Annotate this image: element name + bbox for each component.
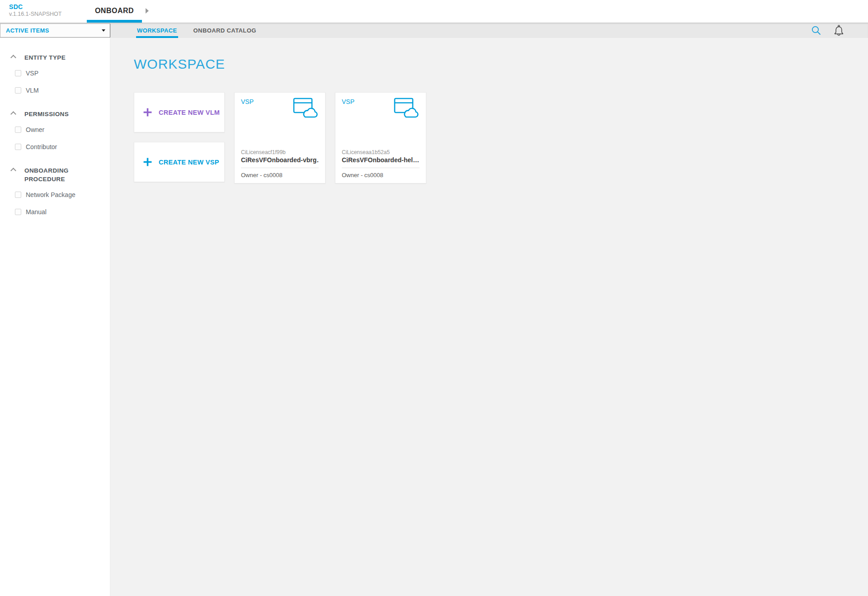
filter-checkbox-vsp[interactable] — [15, 70, 21, 76]
tab-onboard-catalog-label: ONBOARD CATALOG — [193, 27, 256, 34]
workspace-tabs: WORKSPACE ONBOARD CATALOG — [129, 23, 264, 38]
vsp-card-owner: Owner - cs0008 — [342, 172, 420, 178]
page-content: ENTITY TYPE VSP VLM PERMISSIONS Owner — [0, 38, 868, 596]
create-new-vlm-button[interactable]: CREATE NEW VLM — [134, 92, 225, 132]
tab-onboard-catalog[interactable]: ONBOARD CATALOG — [185, 23, 264, 38]
divider — [342, 168, 420, 168]
filter-option-vsp[interactable]: VSP — [0, 65, 110, 82]
create-buttons-column: CREATE NEW VLM CREATE NEW VSP — [134, 92, 225, 182]
create-new-vlm-label: CREATE NEW VLM — [159, 109, 220, 116]
filter-label: Manual — [26, 208, 47, 216]
filter-checkbox-owner[interactable] — [15, 127, 21, 133]
subheader-bar: ACTIVE ITEMS WORKSPACE ONBOARD CATALOG — [0, 23, 868, 38]
filter-section-entity-type: ENTITY TYPE VSP VLM — [0, 49, 110, 99]
vsp-card-details: CiLicenseacf1f99b CiResVFOnboarded-vbrg…… — [235, 149, 325, 183]
tab-workspace[interactable]: WORKSPACE — [129, 23, 185, 38]
subheader-icons — [811, 23, 844, 38]
filter-checkbox-vlm[interactable] — [15, 87, 21, 94]
filters-sidebar: ENTITY TYPE VSP VLM PERMISSIONS Owner — [0, 38, 110, 596]
create-new-vsp-button[interactable]: CREATE NEW VSP — [134, 142, 225, 182]
filter-checkbox-manual[interactable] — [15, 209, 21, 215]
vsp-card-name: CiResVFOnboarded-vbrg… — [241, 156, 319, 164]
chevron-up-icon — [10, 168, 16, 174]
tab-expand-arrow-icon[interactable] — [146, 8, 149, 14]
vsp-card[interactable]: VSP CiLicenseacf1f99b CiResVFOnboarded-v… — [234, 92, 326, 183]
filter-option-network-package[interactable]: Network Package — [0, 186, 110, 203]
plus-icon — [143, 157, 152, 167]
filter-label: VSP — [26, 70, 38, 77]
vsp-cloud-window-icon — [293, 98, 320, 121]
filter-section-permissions-header[interactable]: PERMISSIONS — [0, 105, 110, 121]
filter-section-entity-type-header[interactable]: ENTITY TYPE — [0, 49, 110, 65]
filter-option-manual[interactable]: Manual — [0, 203, 110, 221]
tab-onboard-label: ONBOARD — [95, 7, 134, 14]
filter-option-contributor[interactable]: Contributor — [0, 138, 110, 155]
filter-section-title: ONBOARDING PROCEDURE — [24, 166, 92, 183]
vsp-cloud-window-icon — [394, 98, 420, 121]
tab-workspace-label: WORKSPACE — [137, 27, 177, 34]
tab-onboard[interactable]: ONBOARD — [87, 0, 142, 23]
filter-section-onboarding-procedure: ONBOARDING PROCEDURE Network Package Man… — [0, 162, 110, 221]
filter-label: Network Package — [26, 191, 75, 198]
filter-checkbox-network-package[interactable] — [15, 192, 21, 198]
filter-option-owner[interactable]: Owner — [0, 121, 110, 138]
app-version: v.1.16.1-SNAPSHOT — [9, 11, 61, 17]
notifications-bell-icon[interactable] — [833, 24, 844, 37]
filter-checkbox-contributor[interactable] — [15, 144, 21, 150]
vsp-card-owner: Owner - cs0008 — [241, 172, 319, 178]
workspace-main: WORKSPACE CREATE NEW VLM CREATE NEW VSP — [110, 38, 868, 596]
vsp-card-type: VSP — [342, 98, 354, 105]
vsp-card-name: CiResVFOnboarded-hel… — [342, 156, 420, 164]
app-name: SDC — [9, 3, 61, 10]
select-dropdown-arrow-icon — [102, 29, 105, 32]
items-filter-select[interactable]: ACTIVE ITEMS — [0, 23, 110, 38]
top-header: SDC v.1.16.1-SNAPSHOT ONBOARD — [0, 0, 868, 23]
vsp-card[interactable]: VSP CiLicenseaa1b52a5 CiResVFOnboarded-h… — [335, 92, 426, 183]
app-logo[interactable]: SDC v.1.16.1-SNAPSHOT — [9, 3, 61, 17]
filter-section-title: ENTITY TYPE — [24, 53, 92, 62]
filter-option-vlm[interactable]: VLM — [0, 82, 110, 99]
filter-label: Contributor — [26, 143, 57, 150]
create-new-vsp-label: CREATE NEW VSP — [159, 159, 219, 166]
chevron-up-icon — [10, 55, 16, 61]
vsp-card-details: CiLicenseaa1b52a5 CiResVFOnboarded-hel… … — [335, 149, 426, 183]
filter-section-title: PERMISSIONS — [24, 110, 92, 118]
vsp-card-vendor: CiLicenseaa1b52a5 — [342, 149, 420, 155]
cards-row: CREATE NEW VLM CREATE NEW VSP VSP — [134, 92, 868, 183]
page-title: WORKSPACE — [134, 56, 868, 72]
vsp-card-type: VSP — [241, 98, 254, 105]
vsp-card-vendor: CiLicenseacf1f99b — [241, 149, 319, 155]
items-filter-selected-value: ACTIVE ITEMS — [6, 27, 102, 34]
subheader-spacer — [264, 23, 811, 38]
chevron-up-icon — [10, 111, 16, 117]
filter-label: Owner — [26, 126, 44, 133]
plus-icon — [143, 108, 152, 117]
filter-section-permissions: PERMISSIONS Owner Contributor — [0, 105, 110, 155]
filter-section-onboarding-procedure-header[interactable]: ONBOARDING PROCEDURE — [0, 162, 110, 186]
search-icon[interactable] — [811, 25, 821, 36]
divider — [241, 168, 319, 168]
filter-label: VLM — [26, 87, 39, 94]
